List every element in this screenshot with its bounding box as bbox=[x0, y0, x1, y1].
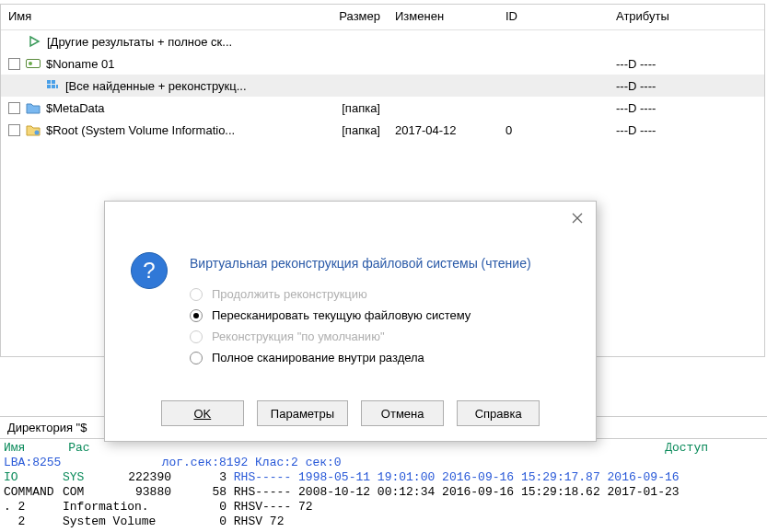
term-lba: LBA:8255 bbox=[4, 456, 61, 470]
row-id: 0 bbox=[498, 123, 609, 137]
term-cell: RHS----- bbox=[234, 485, 291, 500]
term-cell: 0 bbox=[173, 500, 227, 515]
term-header-access: Доступ bbox=[665, 441, 763, 456]
radio-default: Реконструкция "по умолчанию" bbox=[190, 330, 531, 343]
term-cell: 2016-09-16 15:29:18.62 bbox=[442, 485, 600, 500]
radio-label: Пересканировать текущую файловую систему bbox=[212, 308, 471, 322]
row-name: [Другие результаты + полное ск... bbox=[47, 35, 232, 49]
table-row[interactable]: $Root (System Volume Informatio... [папк… bbox=[1, 119, 764, 141]
term-cell: 0 bbox=[173, 515, 227, 529]
radio-full-scan[interactable]: Полное сканирование внутри раздела bbox=[190, 351, 531, 364]
term-cell: . 2 bbox=[4, 500, 63, 515]
row-attr: ---D ---- bbox=[609, 123, 719, 137]
term-cell: RHS----- bbox=[234, 470, 291, 485]
term-cell: COM bbox=[63, 485, 105, 500]
table-header: Имя Размер Изменен ID Атрибуты bbox=[1, 5, 764, 30]
radio-label: Полное сканирование внутри раздела bbox=[212, 351, 424, 364]
radio-label: Реконструкция "по умолчанию" bbox=[212, 330, 385, 343]
svg-marker-0 bbox=[30, 37, 39, 46]
row-checkbox[interactable] bbox=[8, 58, 20, 70]
parameters-button[interactable]: Параметры bbox=[257, 400, 348, 426]
cancel-button[interactable]: Отмена bbox=[361, 400, 444, 426]
col-header-id[interactable]: ID bbox=[498, 5, 609, 29]
radio-icon[interactable] bbox=[190, 309, 203, 322]
term-header-ext: Рас bbox=[68, 441, 89, 456]
term-cell: 2008-10-12 00:12:34 bbox=[298, 485, 435, 500]
svg-rect-5 bbox=[56, 85, 58, 88]
table-row[interactable]: $Noname 01 ---D ---- bbox=[1, 52, 764, 75]
term-sector-info: лог.сек:8192 Клас:2 сек:0 bbox=[162, 456, 342, 470]
help-button[interactable]: Справка bbox=[457, 400, 540, 426]
row-size: [папка] bbox=[323, 123, 388, 137]
ok-button[interactable]: OK bbox=[161, 400, 244, 426]
term-cell: IO bbox=[4, 470, 63, 485]
row-attr: ---D ---- bbox=[609, 79, 719, 93]
term-cell: 93880 bbox=[105, 485, 171, 500]
svg-rect-4 bbox=[52, 85, 55, 88]
term-cell: RHSV---- bbox=[234, 500, 291, 515]
term-cell: 72 bbox=[270, 515, 285, 529]
col-header-modified[interactable]: Изменен bbox=[388, 5, 498, 29]
row-checkbox[interactable] bbox=[8, 102, 20, 114]
terminal-output: Имя Рас Доступ LBA:8255 лог.сек:8192 Кла… bbox=[0, 439, 767, 531]
radio-icon[interactable] bbox=[190, 352, 203, 364]
table-row[interactable]: [Все найденные + реконструкц... ---D ---… bbox=[1, 75, 764, 97]
radio-label: Продолжить реконструкцию bbox=[212, 287, 367, 301]
row-attr: ---D ---- bbox=[609, 57, 719, 71]
svg-rect-3 bbox=[47, 85, 51, 88]
table-row[interactable]: $MetaData [папка] ---D ---- bbox=[1, 97, 764, 119]
term-cell: SYS bbox=[63, 470, 105, 485]
folder-icon bbox=[26, 122, 41, 137]
close-icon[interactable] bbox=[568, 209, 587, 227]
term-cell: System Volume bbox=[63, 515, 173, 529]
dialog-title: Виртуальная реконструкция файловой систе… bbox=[190, 256, 531, 271]
term-cell: COMMAND bbox=[4, 485, 63, 500]
svg-rect-1 bbox=[47, 80, 51, 84]
reconstruction-dialog: ? Виртуальная реконструкция файловой сис… bbox=[104, 201, 597, 442]
row-name: [Все найденные + реконструкц... bbox=[65, 79, 247, 93]
grid-icon bbox=[45, 78, 60, 93]
term-cell: 2 bbox=[4, 515, 63, 529]
radio-icon bbox=[190, 288, 203, 301]
row-attr: ---D ---- bbox=[609, 101, 719, 115]
term-cell: 222390 bbox=[105, 470, 171, 485]
svg-point-6 bbox=[35, 131, 40, 135]
row-name: $MetaData bbox=[46, 101, 105, 115]
drive-icon bbox=[26, 56, 41, 71]
row-size: [папка] bbox=[323, 101, 388, 115]
term-cell: 1998-05-11 19:01:00 bbox=[298, 470, 435, 485]
col-header-attributes[interactable]: Атрибуты bbox=[609, 5, 719, 29]
radio-icon bbox=[190, 330, 203, 343]
folder-icon bbox=[26, 100, 41, 115]
radio-continue: Продолжить реконструкцию bbox=[190, 287, 531, 301]
row-name: $Root (System Volume Informatio... bbox=[46, 123, 235, 137]
table-row[interactable]: [Другие результаты + полное ск... bbox=[1, 30, 764, 52]
col-header-size[interactable]: Размер bbox=[323, 5, 388, 29]
term-cell: 2016-09-16 bbox=[608, 470, 680, 485]
row-mod: 2017-04-12 bbox=[388, 123, 498, 137]
term-cell: 2017-01-23 bbox=[608, 485, 680, 500]
term-header-name: Имя bbox=[4, 441, 25, 456]
row-checkbox[interactable] bbox=[8, 124, 20, 136]
term-cell: 2016-09-16 15:29:17.87 bbox=[442, 470, 600, 485]
term-cell: 3 bbox=[171, 470, 227, 485]
row-name: $Noname 01 bbox=[46, 57, 114, 71]
term-cell: 72 bbox=[298, 500, 313, 515]
term-cell: Information. bbox=[63, 500, 173, 515]
question-icon: ? bbox=[131, 252, 168, 289]
col-header-name[interactable]: Имя bbox=[1, 5, 323, 29]
svg-rect-2 bbox=[52, 80, 55, 84]
term-cell: RHSV bbox=[234, 515, 262, 529]
radio-rescan[interactable]: Пересканировать текущую файловую систему bbox=[190, 308, 531, 322]
play-icon bbox=[27, 34, 41, 49]
term-cell: 58 bbox=[171, 485, 227, 500]
